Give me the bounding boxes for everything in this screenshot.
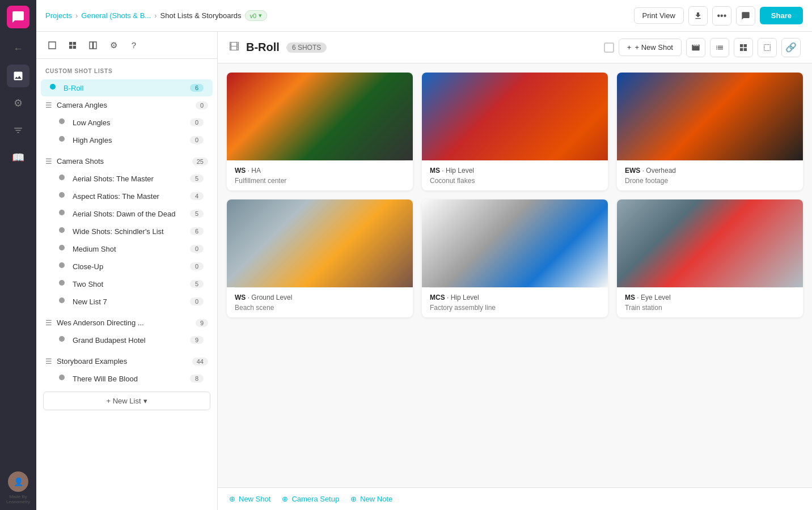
print-view-button[interactable]: Print View	[634, 7, 684, 24]
new-shot-button[interactable]: + + New Shot	[619, 39, 682, 56]
shot-description: Coconut flakes	[430, 177, 600, 185]
camera-angles-header[interactable]: ☰ Camera Angles 0	[36, 97, 217, 113]
shot-type: MS · Hip Level	[430, 167, 600, 175]
export-icon-button[interactable]	[688, 6, 708, 26]
broll-label: B-Roll	[64, 84, 190, 92]
select-all-checkbox[interactable]	[604, 42, 614, 53]
shot-type: MCS · Hip Level	[430, 294, 600, 301]
shot-card[interactable]: EWS · OverheadDrone footage	[617, 73, 803, 190]
camera-setup-plus-icon: ⊕	[282, 495, 288, 503]
breadcrumb-projects[interactable]: Projects	[45, 11, 72, 20]
tool-grid-button[interactable]	[64, 36, 82, 54]
wide-schindler-icon	[59, 227, 68, 236]
camera-shots-header[interactable]: ☰ Camera Shots 25	[36, 153, 217, 169]
new-note-button[interactable]: ⊕ New Note	[350, 495, 392, 503]
aerial-master-count: 5	[190, 175, 204, 182]
breadcrumb-current: Shot Lists & Storyboards	[160, 11, 242, 20]
storyboard-label: Storyboard Examples	[57, 357, 192, 366]
view-grid-button[interactable]	[734, 38, 753, 57]
low-angles-label: Low Angles	[73, 118, 190, 127]
wes-anderson-label: Wes Anderson Directing ...	[57, 318, 196, 327]
add-shot-button[interactable]: ⊕ New Shot	[229, 495, 270, 503]
shot-card[interactable]: WS · Ground LevelBeach scene	[227, 199, 413, 317]
version-badge[interactable]: v0 ▾	[245, 10, 268, 21]
shot-card[interactable]: WS · HAFulfillment center	[227, 73, 413, 190]
top-nav-actions: Print View ••• Share	[634, 6, 803, 26]
sidebar-item-aerial-master[interactable]: Aerial Shots: The Master 5	[50, 170, 213, 187]
new-list-label: + New List	[106, 397, 141, 405]
shot-info: WS · Ground LevelBeach scene	[227, 288, 413, 317]
sidebar-item-high-angles[interactable]: High Angles 0	[50, 131, 213, 148]
shot-image	[422, 73, 608, 160]
tool-help-button[interactable]: ?	[125, 36, 143, 54]
sidebar-item-medium-shot[interactable]: Medium Shot 0	[50, 240, 213, 257]
view-film-button[interactable]	[686, 38, 705, 57]
app-logo[interactable]	[7, 6, 29, 28]
more-options-button[interactable]: •••	[712, 6, 731, 26]
new-list-7-count: 0	[190, 298, 204, 305]
shot-info: MS · Hip LevelCoconut flakes	[422, 161, 608, 190]
section-title: B-Roll	[246, 41, 280, 54]
broll-icon	[50, 83, 59, 92]
sidebar-item-low-angles[interactable]: Low Angles 0	[50, 114, 213, 131]
new-list-button[interactable]: + New List ▾	[43, 392, 210, 410]
comment-button[interactable]	[736, 6, 755, 26]
sidebar-item-aerial-dawn[interactable]: Aerial Shots: Dawn of the Dead 5	[50, 205, 213, 222]
breadcrumb: Projects › General (Shots & B... › Shot …	[45, 10, 629, 21]
camera-setup-button[interactable]: ⊕ Camera Setup	[282, 495, 339, 503]
nav-back-icon[interactable]: ←	[7, 37, 29, 60]
shot-card[interactable]: MCS · Hip LevelFactory assembly line	[422, 199, 608, 317]
camera-shots-label: Camera Shots	[57, 157, 192, 165]
breadcrumb-general[interactable]: General (Shots & B...	[81, 11, 151, 20]
sidebar-item-close-up[interactable]: Close-Up 0	[50, 258, 213, 275]
share-button[interactable]: Share	[760, 7, 803, 24]
nav-settings-icon[interactable]: ⚙	[7, 92, 29, 114]
copy-link-button[interactable]: 🔗	[781, 38, 801, 57]
new-list-7-label: New List 7	[73, 298, 190, 306]
nav-filter-icon[interactable]	[7, 119, 29, 142]
tool-panel-button[interactable]	[84, 36, 102, 54]
sidebar-item-wide-schindler[interactable]: Wide Shots: Schindler's List 6	[50, 223, 213, 240]
sidebar-item-broll[interactable]: B-Roll 6	[41, 79, 213, 96]
shot-info: MCS · Hip LevelFactory assembly line	[422, 288, 608, 317]
shot-description: Beach scene	[235, 304, 405, 312]
left-icon-bar: ← ⚙ 📖 👤 Made ByLeanometry	[0, 0, 36, 510]
shot-card[interactable]: MS · Hip LevelCoconut flakes	[422, 73, 608, 190]
sidebar: ⚙ ? CUSTOM SHOT LISTS B-Roll 6 ☰	[36, 32, 218, 510]
sidebar-item-two-shot[interactable]: Two Shot 5	[50, 275, 213, 292]
section-icon: 🎞	[229, 41, 239, 53]
close-up-icon	[59, 262, 68, 271]
wes-anderson-header[interactable]: ☰ Wes Anderson Directing ... 9	[36, 314, 217, 331]
tool-frame-button[interactable]	[43, 36, 61, 54]
low-angles-icon	[59, 118, 68, 127]
top-nav: Projects › General (Shots & B... › Shot …	[36, 0, 812, 32]
storyboard-header[interactable]: ☰ Storyboard Examples 44	[36, 353, 217, 369]
shots-count-badge: 6 SHOTS	[286, 42, 327, 53]
medium-shot-icon	[59, 244, 68, 253]
medium-shot-count: 0	[190, 245, 204, 253]
sidebar-item-there-will-be-blood[interactable]: There Will Be Blood 8	[50, 370, 213, 387]
grand-budapest-label: Grand Budapest Hotel	[73, 336, 190, 345]
sidebar-item-grand-budapest[interactable]: Grand Budapest Hotel 9	[50, 332, 213, 348]
camera-angles-sub: Low Angles 0 High Angles 0	[36, 114, 217, 148]
sidebar-item-aspect-ratios[interactable]: Aspect Ratios: The Master 4	[50, 188, 213, 205]
shot-description: Fulfillment center	[235, 177, 405, 185]
sidebar-item-new-list-7[interactable]: New List 7 0	[50, 293, 213, 310]
grand-budapest-icon	[59, 335, 68, 345]
breadcrumb-sep-1: ›	[75, 11, 78, 20]
tool-settings-button[interactable]: ⚙	[104, 36, 122, 54]
grand-budapest-count: 9	[190, 336, 204, 344]
shot-image	[227, 73, 413, 160]
main-panel: 🎞 B-Roll 6 SHOTS + + New Shot	[218, 32, 812, 510]
view-other-button[interactable]	[758, 38, 777, 57]
nav-photo-icon[interactable]	[7, 65, 29, 87]
shot-card[interactable]: MS · Eye LevelTrain station	[617, 199, 803, 317]
shots-grid: WS · HAFulfillment centerMS · Hip LevelC…	[218, 63, 812, 487]
camera-shots-group-icon: ☰	[45, 157, 52, 165]
wes-anderson-count: 9	[196, 319, 208, 327]
nav-book-icon[interactable]: 📖	[7, 146, 29, 169]
shot-image	[617, 73, 803, 160]
view-list-button[interactable]	[710, 38, 729, 57]
user-avatar[interactable]: 👤	[8, 471, 28, 492]
camera-angles-group-icon: ☰	[45, 101, 52, 109]
